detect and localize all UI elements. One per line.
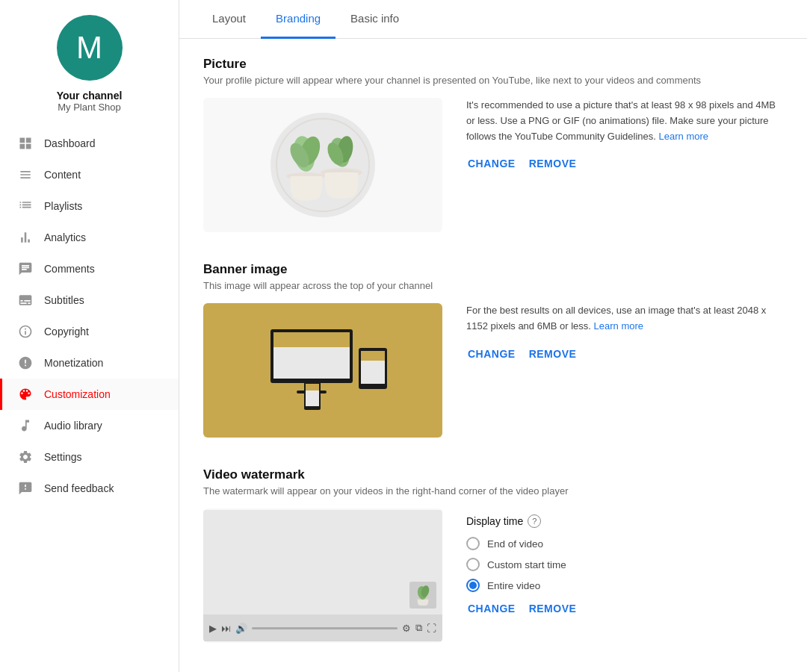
play-icon[interactable]: ▶ [209, 623, 217, 634]
watermark-preview-box: ▶ ⏭ 🔊 ⚙ ⧉ ⛶ [203, 508, 442, 643]
channel-handle: My Plant Shop [58, 102, 121, 113]
picture-change-button[interactable]: CHANGE [466, 155, 517, 172]
banner-preview-box [203, 303, 442, 438]
banner-change-button[interactable]: CHANGE [466, 345, 517, 363]
video-controls: ▶ ⏭ 🔊 ⚙ ⧉ ⛶ [203, 615, 442, 641]
channel-name: Your channel [57, 90, 123, 102]
sidebar-label-comments: Comments [44, 263, 95, 275]
analytics-icon [17, 229, 34, 246]
picture-action-buttons: CHANGE REMOVE [466, 155, 783, 172]
watermark-desc: The watermark will appear on your videos… [203, 485, 783, 497]
banner-info-text: For the best results on all devices, use… [466, 303, 783, 335]
picture-section: Picture Your profile picture will appear… [203, 57, 783, 232]
gear-ctrl-icon[interactable]: ⚙ [402, 623, 411, 634]
banner-illustration [248, 314, 398, 426]
tab-branding[interactable]: Branding [261, 0, 336, 39]
skip-icon[interactable]: ⏭ [221, 623, 231, 634]
sidebar-label-audio-library: Audio library [44, 420, 102, 432]
svg-point-8 [276, 119, 369, 211]
feedback-icon [17, 480, 34, 497]
sidebar-item-audio-library[interactable]: Audio library [0, 410, 179, 441]
picture-remove-button[interactable]: REMOVE [528, 155, 578, 172]
display-time-help-icon[interactable]: ? [528, 514, 541, 528]
watermark-plant-preview [409, 582, 436, 609]
content-icon [17, 167, 34, 183]
plant-image [274, 116, 371, 214]
picture-info: It's recommended to use a picture that's… [466, 98, 783, 172]
comments-icon [17, 261, 34, 277]
display-time-section: Display time ? End of video Custom start… [466, 514, 783, 592]
banner-action-buttons: CHANGE REMOVE [466, 345, 783, 363]
sidebar-label-customization: Customization [44, 388, 111, 400]
sidebar-label-subtitles: Subtitles [44, 294, 84, 306]
sidebar-label-settings: Settings [44, 451, 82, 463]
sidebar-item-send-feedback[interactable]: Send feedback [0, 473, 179, 504]
sidebar-label-copyright: Copyright [44, 326, 89, 337]
svg-rect-12 [273, 332, 350, 347]
sidebar-item-monetization[interactable]: Monetization [0, 347, 179, 379]
svg-rect-17 [361, 351, 385, 361]
svg-rect-20 [306, 384, 319, 391]
settings-icon [17, 449, 34, 465]
banner-preview-image [203, 303, 442, 438]
sidebar-item-playlists[interactable]: Playlists [0, 190, 179, 222]
sidebar-item-comments[interactable]: Comments [0, 253, 179, 284]
sidebar-label-monetization: Monetization [44, 357, 103, 369]
watermark-remove-button[interactable]: REMOVE [528, 600, 578, 617]
progress-bar[interactable] [252, 627, 398, 629]
watermark-info: Display time ? End of video Custom start… [466, 508, 783, 617]
picture-body: It's recommended to use a picture that's… [203, 98, 783, 232]
radio-end-of-video[interactable]: End of video [466, 537, 783, 550]
radio-custom-start-time[interactable]: Custom start time [466, 558, 783, 571]
picture-info-text: It's recommended to use a picture that's… [466, 98, 783, 144]
profile-picture-preview [270, 113, 375, 217]
watermark-title: Video watermark [203, 467, 783, 482]
radio-label-entire-video: Entire video [487, 580, 540, 591]
picture-title: Picture [203, 57, 783, 72]
sidebar-label-playlists: Playlists [44, 200, 82, 212]
main-area: Layout Branding Basic info Picture Your … [179, 0, 807, 672]
watermark-change-button[interactable]: CHANGE [466, 600, 517, 617]
tab-layout[interactable]: Layout [197, 0, 261, 39]
banner-desc: This image will appear across the top of… [203, 280, 783, 291]
sidebar-item-content[interactable]: Content [0, 159, 179, 190]
nav-list: Dashboard Content Playlists Analytics [0, 128, 179, 504]
sidebar-item-subtitles[interactable]: Subtitles [0, 284, 179, 316]
sidebar-label-analytics: Analytics [44, 231, 86, 243]
banner-learn-more-link[interactable]: Learn more [594, 320, 643, 332]
customization-icon [17, 386, 34, 402]
display-time-label: Display time ? [466, 514, 783, 528]
fullscreen-icon[interactable]: ⛶ [427, 623, 436, 634]
sidebar: M Your channel My Plant Shop Dashboard C… [0, 0, 179, 672]
sidebar-item-copyright[interactable]: Copyright [0, 316, 179, 347]
banner-section: Banner image This image will appear acro… [203, 262, 783, 438]
radio-outer-custom-start-time [466, 558, 480, 571]
banner-remove-button[interactable]: REMOVE [528, 345, 578, 363]
banner-title: Banner image [203, 262, 783, 277]
watermark-section: Video watermark The watermark will appea… [203, 467, 783, 643]
radio-outer-end-of-video [466, 537, 480, 550]
volume-icon[interactable]: 🔊 [235, 623, 247, 634]
radio-inner-entire-video [469, 582, 477, 589]
tab-basic-info[interactable]: Basic info [336, 0, 414, 39]
avatar: M [57, 15, 123, 81]
sidebar-label-send-feedback: Send feedback [44, 482, 114, 494]
playlists-icon [17, 198, 34, 214]
watermark-mini-plant [412, 585, 433, 606]
watermark-body: ▶ ⏭ 🔊 ⚙ ⧉ ⛶ Display time ? [203, 508, 783, 643]
watermark-action-buttons: CHANGE REMOVE [466, 600, 783, 617]
watermark-video-area [203, 510, 442, 615]
sidebar-item-settings[interactable]: Settings [0, 441, 179, 473]
audio-icon [17, 417, 34, 434]
subtitles-icon [17, 292, 34, 308]
radio-label-end-of-video: End of video [487, 538, 543, 550]
sidebar-item-customization[interactable]: Customization [0, 379, 179, 410]
miniplayer-icon[interactable]: ⧉ [415, 622, 422, 634]
banner-body: For the best results on all devices, use… [203, 303, 783, 438]
radio-outer-entire-video [466, 579, 480, 592]
sidebar-item-dashboard[interactable]: Dashboard [0, 128, 179, 159]
radio-entire-video[interactable]: Entire video [466, 579, 783, 592]
sidebar-item-analytics[interactable]: Analytics [0, 222, 179, 253]
dashboard-icon [17, 135, 34, 152]
picture-learn-more-link[interactable]: Learn more [659, 131, 708, 142]
